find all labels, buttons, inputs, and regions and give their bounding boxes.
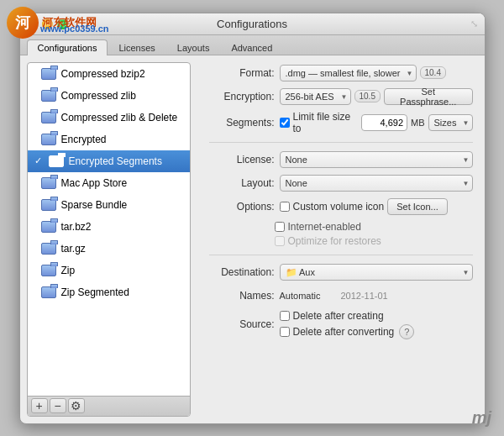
custom-volume-icon-checkbox[interactable] — [280, 202, 290, 212]
minimize-button[interactable] — [42, 18, 53, 29]
segments-checkbox-label[interactable]: Limit file size to — [280, 111, 359, 134]
delete-after-creating-text: Delete after creating — [293, 310, 384, 322]
names-auto-text: Automatic — [280, 291, 321, 301]
license-select[interactable]: None — [280, 151, 473, 168]
segments-unit: MB — [411, 118, 425, 128]
sizes-select[interactable]: Sizes — [428, 114, 473, 131]
options-label: Options: — [209, 201, 275, 213]
list-item[interactable]: ✓Encrypted Segments — [28, 150, 190, 172]
item-label: tar.gz — [61, 243, 183, 255]
format-label: Format: — [209, 67, 275, 79]
layout-row: Layout: None ▼ — [209, 174, 473, 192]
maximize-button[interactable] — [57, 18, 68, 29]
close-button[interactable] — [27, 18, 38, 29]
list-item[interactable]: tar.gz — [28, 238, 190, 260]
list-toolbar: + − ⚙ — [28, 396, 190, 416]
internet-enabled-checkbox[interactable] — [275, 222, 285, 232]
item-label: Zip Segmented — [61, 286, 183, 298]
delete-after-converting-label[interactable]: Delete after converting — [280, 326, 395, 338]
optimize-restores-checkbox — [275, 236, 285, 246]
optimize-restores-label[interactable]: Optimize for restores — [275, 235, 473, 247]
layout-select[interactable]: None — [280, 175, 473, 192]
window-title: Configurations — [217, 18, 287, 30]
list-item[interactable]: Compressed zlib — [28, 85, 190, 107]
segments-control: Limit file size to MB Sizes ▼ — [280, 111, 473, 134]
tab-licenses[interactable]: Licenses — [108, 39, 165, 55]
add-button[interactable]: + — [31, 398, 48, 413]
list-item[interactable]: Encrypted — [28, 129, 190, 150]
custom-volume-icon-text: Custom volume icon — [293, 201, 385, 213]
names-date-text: 2012-11-01 — [340, 291, 387, 301]
format-select-wrapper[interactable]: .dmg — smallest file, slower ▼ — [280, 65, 417, 81]
segments-row: Segments: Limit file size to MB Sizes ▼ — [209, 111, 473, 134]
destination-select-wrapper[interactable]: 📁 Aux ▼ — [280, 264, 473, 281]
item-dmg-icon — [49, 154, 64, 169]
tab-advanced[interactable]: Advanced — [220, 39, 283, 55]
encryption-row: Encryption: 256-bit AES ▼ 10.5 Set Passp… — [209, 87, 473, 106]
segments-size-input[interactable] — [361, 114, 407, 131]
list-item[interactable]: tar.bz2 — [28, 216, 190, 238]
names-row: Names: Automatic 2012-11-01 — [209, 286, 473, 305]
segments-check-text: Limit file size to — [293, 111, 359, 134]
destination-select[interactable]: 📁 Aux — [280, 264, 473, 281]
encryption-select-wrapper[interactable]: 256-bit AES ▼ — [280, 88, 351, 105]
item-dmg-icon — [41, 285, 56, 300]
tab-layouts[interactable]: Layouts — [166, 39, 221, 55]
destination-control: 📁 Aux ▼ — [280, 264, 473, 281]
delete-after-converting-checkbox[interactable] — [280, 327, 290, 337]
encryption-control: 256-bit AES ▼ 10.5 Set Passphrase... — [280, 88, 473, 105]
list-item[interactable]: Compressed bzip2 — [28, 63, 190, 85]
destination-label: Destination: — [209, 266, 275, 278]
resize-icon[interactable]: ⤡ — [470, 18, 478, 29]
options-control: Custom volume icon Set Icon... — [280, 198, 473, 215]
segments-checkbox[interactable] — [280, 118, 290, 128]
item-label: Encrypted Segments — [69, 155, 183, 167]
item-dmg-icon — [41, 263, 56, 278]
list-item[interactable]: Zip — [28, 260, 190, 281]
delete-after-creating-label[interactable]: Delete after creating — [280, 310, 384, 322]
delete-after-creating-checkbox[interactable] — [280, 311, 290, 321]
destination-row: Destination: 📁 Aux ▼ — [209, 263, 473, 281]
encryption-label: Encryption: — [209, 91, 275, 102]
layout-label: Layout: — [209, 177, 275, 189]
divider-2 — [209, 255, 473, 255]
item-label: tar.bz2 — [61, 221, 183, 233]
options-row: Options: Custom volume icon Set Icon... — [209, 197, 473, 216]
tab-configurations[interactable]: Configurations — [27, 39, 108, 55]
item-label: Zip — [61, 265, 183, 276]
format-select[interactable]: .dmg — smallest file, slower — [280, 65, 417, 81]
license-select-wrapper[interactable]: None ▼ — [280, 151, 473, 168]
set-passphrase-button[interactable]: Set Passphrase... — [384, 88, 473, 105]
sizes-wrapper[interactable]: Sizes ▼ — [428, 114, 473, 131]
item-dmg-icon — [41, 110, 56, 125]
set-icon-button[interactable]: Set Icon... — [387, 198, 448, 215]
item-label: Mac App Store — [61, 177, 183, 189]
help-button[interactable]: ? — [399, 324, 414, 339]
titlebar: Configurations ⤡ — [20, 13, 485, 35]
config-list-scroll[interactable]: Compressed bzip2 Compressed zlib Compres… — [28, 63, 190, 396]
layout-select-wrapper[interactable]: None ▼ — [280, 175, 473, 192]
item-dmg-icon — [41, 197, 56, 213]
optimize-restores-text: Optimize for restores — [288, 235, 381, 247]
license-row: License: None ▼ — [209, 150, 473, 169]
encryption-select[interactable]: 256-bit AES — [280, 88, 351, 105]
gear-button[interactable]: ⚙ — [68, 398, 85, 413]
list-item[interactable]: Zip Segmented — [28, 281, 190, 303]
list-item[interactable]: Mac App Store — [28, 172, 190, 194]
segments-label: Segments: — [209, 117, 275, 129]
source-row: Source: Delete after creating Delete aft… — [209, 310, 473, 339]
custom-volume-icon-label[interactable]: Custom volume icon — [280, 201, 385, 213]
remove-button[interactable]: − — [50, 398, 66, 413]
tabs-bar: Configurations Licenses Layouts Advanced — [20, 35, 485, 55]
item-dmg-icon — [41, 132, 56, 147]
item-label: Encrypted — [61, 134, 183, 145]
encryption-version: 10.5 — [354, 90, 381, 102]
item-dmg-icon — [41, 66, 56, 81]
settings-panel: Format: .dmg — smallest file, slower ▼ 1… — [197, 55, 485, 423]
list-item[interactable]: Sparse Bundle — [28, 194, 190, 216]
config-list-panel: Compressed bzip2 Compressed zlib Compres… — [27, 62, 191, 417]
internet-enabled-text: Internet-enabled — [288, 221, 361, 233]
item-label: Compressed bzip2 — [61, 68, 183, 80]
list-item[interactable]: Compressed zlib & Delete — [28, 107, 190, 129]
internet-enabled-label[interactable]: Internet-enabled — [275, 221, 473, 233]
